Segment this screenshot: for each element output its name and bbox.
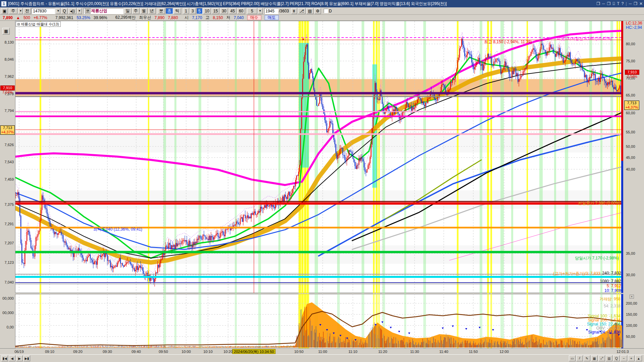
interval-combo-arrow-icon[interactable]: ▼ (258, 8, 263, 14)
time-axis[interactable]: 2024/06/20(목) 10:34:50 12:01:3 06/1909:1… (0, 348, 644, 354)
code-input[interactable]: 147830 (32, 8, 55, 14)
period-year-button[interactable]: 년 (148, 8, 156, 14)
scroll-left-button[interactable]: ◀ (9, 355, 15, 361)
dock-icon[interactable]: ❐ (596, 1, 600, 6)
low-label: 저 (226, 15, 230, 20)
trendline-icon[interactable]: ⫽ (576, 355, 583, 361)
right-axis-label: 50,00 (626, 144, 635, 148)
period-day-button[interactable]: 일 (124, 8, 131, 14)
d-checkbox-label: D (329, 9, 332, 13)
sell-button[interactable]: 매도 (265, 15, 279, 20)
right-axis-label: 55,00 (626, 130, 635, 134)
grid-icon[interactable]: ▦ (2, 28, 10, 35)
candle-tool-icon[interactable]: ⩨ (291, 8, 297, 14)
code-combo-arrow-icon[interactable]: ▼ (56, 8, 60, 14)
time-axis-label: 11:20 (378, 350, 387, 354)
line-tool-icon[interactable]: ⎇ (298, 8, 306, 14)
bar-count-input[interactable]: 1945 (264, 8, 278, 14)
chart-canvas (0, 21, 644, 355)
buy-button[interactable]: 매수 (247, 15, 261, 20)
day-open-annotation: 당일시가 7,170 (-2,98%) (575, 255, 619, 261)
sub-left-axis-label: 00,000 (0, 296, 14, 300)
right-axis-label: 35,00 (626, 251, 635, 255)
volume-value: 7,992,361 (55, 15, 73, 20)
right-axis-label: 60,00 (626, 111, 635, 115)
period-week-button[interactable]: 주 (132, 8, 140, 14)
indicator-legend-item: Signal 24: -11,838 (588, 330, 621, 335)
close-icon[interactable]: ✕ (639, 1, 643, 6)
left-axis-label: 7,291 (0, 222, 14, 226)
region-select-icon[interactable]: ▭ (569, 355, 576, 361)
magnifier-icon[interactable]: Q (613, 355, 620, 361)
change-value: 500 (23, 15, 30, 20)
scroll-start-button[interactable]: ▮◀ (1, 355, 8, 361)
expand-icon[interactable]: ⤢ (598, 355, 605, 361)
period-combo[interactable]: 주 (9, 8, 17, 14)
open-label: 시 (185, 15, 189, 20)
best-quote-label: 최우선 (139, 15, 151, 20)
interval-10-button[interactable]: 10 (203, 8, 211, 14)
interval-45-button[interactable]: 45 (229, 8, 236, 14)
chart-title: 제룡산업 매물대 수(13) (21, 22, 59, 27)
left-axis-label: 7,543 (0, 160, 14, 164)
time-axis-label: 10:20 (223, 350, 233, 354)
high-marker-icon: ▼ (302, 38, 305, 41)
mode-tick-button[interactable]: 틱 (174, 8, 181, 14)
bar-total-label: /3603 (279, 9, 289, 13)
grid-toggle-icon[interactable]: ▦ (591, 355, 598, 361)
title-bar[interactable]: 1 [0601] 주식종합차트 - 유통비율[51.1] 주식수[20,000(… (0, 0, 644, 7)
help-icon[interactable]: ? (622, 1, 624, 6)
left-axis-label: 7,459 (0, 177, 14, 181)
mode-minute-button[interactable]: 분 (158, 8, 165, 14)
collapse-square-icon[interactable] (17, 23, 20, 25)
sub-chart-close-icon[interactable]: × (630, 295, 634, 299)
zoom-out-icon[interactable]: − (621, 355, 627, 361)
left-axis-label: 7,375 (0, 202, 14, 206)
current-price: 7,890 (3, 15, 13, 20)
chart-region[interactable]: 제룡산업 매물대 수(13) ▦ × 8,1308,0467,9627,8787… (0, 21, 644, 355)
interval-15-button[interactable]: 15 (212, 8, 219, 14)
app-icon: 1 (1, 1, 6, 6)
restore-group-icon[interactable]: ❐ (607, 1, 611, 6)
zoom-in-icon[interactable]: + (628, 355, 635, 361)
mode-second-button[interactable]: 초 (166, 8, 173, 14)
stock-name-field[interactable]: 코 제룡산업 (84, 8, 123, 14)
chart-title-chip[interactable]: 제룡산업 매물대 수(13) (16, 21, 61, 27)
search-icon[interactable]: Q (61, 8, 67, 14)
save-icon[interactable]: ▤ (306, 8, 313, 14)
panel-icon[interactable]: ▥ (606, 355, 612, 361)
sound-icon[interactable]: ◂)) (68, 8, 76, 14)
collapse-icon[interactable]: ▲ (635, 355, 642, 361)
text-tool-icon[interactable]: T (617, 1, 620, 6)
scroll-end-button[interactable]: ▶▮ (23, 355, 30, 361)
sound-combo-arrow-icon[interactable]: ▼ (77, 8, 82, 14)
maximize-icon[interactable]: ❐ (634, 1, 637, 6)
interval-60-button[interactable]: 60 (237, 8, 245, 14)
prev-day-button[interactable]: 전 (23, 8, 31, 14)
left-axis-label: 7,626 (0, 143, 14, 147)
interval-5-button[interactable]: 5 (197, 8, 203, 14)
minimize-icon[interactable]: ─ (629, 1, 632, 6)
interval-3-button[interactable]: 3 (190, 8, 196, 14)
amount-value: 62,295백만 (115, 15, 136, 20)
d-checkbox[interactable] (324, 9, 328, 13)
left-axis-label: 7,123 (0, 260, 14, 264)
interval-30-button[interactable]: 30 (220, 8, 228, 14)
interval-combo[interactable]: 5 (247, 8, 257, 14)
ma10-annotation: 10: 7,909 (604, 288, 621, 293)
interval-1-button[interactable]: 1 (183, 8, 189, 14)
minimize-group-icon[interactable]: ─ (602, 1, 605, 6)
period-month-button[interactable]: 월 (140, 8, 148, 14)
indicator-legend-item: 54: 2,318 (604, 304, 621, 308)
draw-icon[interactable]: ✎ (584, 355, 590, 361)
gear-icon[interactable]: ⚙ (314, 8, 321, 14)
code-chip: 코 (85, 8, 91, 14)
scroll-right-button[interactable]: ▶ (16, 355, 23, 361)
stock-chart-window: 1 [0601] 주식종합차트 - 유통비율[51.1] 주식수[20,000(… (0, 0, 644, 362)
pin-icon[interactable]: ⍗ (612, 1, 615, 6)
left-axis-label: 8,046 (0, 57, 14, 61)
time-axis-label: 09:10 (45, 350, 54, 354)
period-combo-arrow-icon[interactable]: ▼ (18, 8, 23, 14)
time-axis-label: 11:50 (469, 350, 478, 354)
window-menu-button[interactable]: ▣ (1, 8, 8, 14)
